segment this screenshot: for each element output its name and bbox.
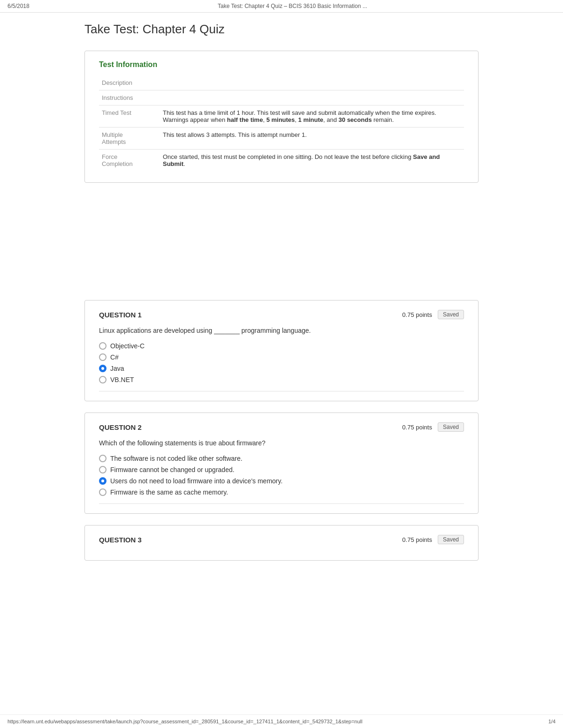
info-value-multiple-attempts: This test allows 3 attempts. This is att… (160, 128, 464, 150)
test-info-heading: Test Information (99, 60, 464, 69)
question-divider-1 (99, 391, 464, 391)
question-points-3: 0.75 points (402, 536, 432, 543)
browser-date: 6/5/2018 (8, 3, 30, 9)
browser-title: Take Test: Chapter 4 Quiz – BCIS 3610 Ba… (218, 3, 367, 9)
question-block-3: QUESTION 3 0.75 points Saved (84, 525, 479, 561)
question-saved-1: Saved (438, 310, 464, 319)
question-saved-3: Saved (438, 535, 464, 544)
radio-1-2[interactable] (99, 353, 107, 361)
info-value-force-completion: Once started, this test must be complete… (160, 150, 464, 172)
info-row-timed-test: Timed Test This test has a time limit of… (99, 105, 464, 128)
option-label-1-4: VB.NET (110, 376, 134, 383)
question-text-2: Which of the following statements is tru… (99, 438, 464, 448)
option-2-3[interactable]: Users do not need to load firmware into … (99, 477, 464, 485)
question-options-1: Objective-C C# Java VB.NET (99, 342, 464, 383)
radio-1-4[interactable] (99, 376, 107, 383)
test-info-box: Test Information Description Instruction… (84, 51, 479, 183)
option-label-2-1: The software is not coded like other sof… (110, 455, 243, 462)
info-row-multiple-attempts: MultipleAttempts This test allows 3 atte… (99, 128, 464, 150)
question-meta-1: 0.75 points Saved (402, 310, 464, 319)
question-block-2: QUESTION 2 0.75 points Saved Which of th… (84, 413, 479, 514)
radio-1-1[interactable] (99, 342, 107, 350)
question-number-3: QUESTION 3 (99, 536, 142, 544)
option-label-2-4: Firmware is the same as cache memory. (110, 488, 228, 496)
test-info-table: Description Instructions Timed Test This… (99, 75, 464, 171)
spacer-area (84, 197, 479, 300)
question-header-2: QUESTION 2 0.75 points Saved (99, 422, 464, 432)
question-divider-2 (99, 503, 464, 504)
option-label-1-3: Java (110, 365, 124, 372)
question-options-2: The software is not coded like other sof… (99, 455, 464, 496)
radio-1-3[interactable] (99, 365, 107, 372)
option-2-4[interactable]: Firmware is the same as cache memory. (99, 488, 464, 496)
option-1-1[interactable]: Objective-C (99, 342, 464, 350)
option-1-2[interactable]: C# (99, 353, 464, 361)
info-label-description: Description (99, 75, 160, 90)
option-label-1-1: Objective-C (110, 342, 145, 350)
radio-2-2[interactable] (99, 466, 107, 473)
info-label-instructions: Instructions (99, 90, 160, 105)
radio-2-3[interactable] (99, 477, 107, 485)
option-label-2-2: Firmware cannot be changed or upgraded. (110, 466, 235, 473)
info-value-description (160, 75, 464, 90)
info-value-instructions (160, 90, 464, 105)
question-points-1: 0.75 points (402, 311, 432, 318)
page-title: Take Test: Chapter 4 Quiz (84, 22, 479, 37)
question-number-1: QUESTION 1 (99, 311, 142, 319)
option-2-2[interactable]: Firmware cannot be changed or upgraded. (99, 466, 464, 473)
info-label-timed-test: Timed Test (99, 105, 160, 128)
option-2-1[interactable]: The software is not coded like other sof… (99, 455, 464, 462)
info-row-instructions: Instructions (99, 90, 464, 105)
option-label-1-2: C# (110, 353, 119, 361)
question-block-1: QUESTION 1 0.75 points Saved Linux appli… (84, 300, 479, 401)
question-number-2: QUESTION 2 (99, 423, 142, 431)
option-1-3[interactable]: Java (99, 365, 464, 372)
question-points-2: 0.75 points (402, 424, 432, 431)
info-label-force-completion: ForceCompletion (99, 150, 160, 172)
question-saved-2: Saved (438, 422, 464, 432)
option-label-2-3: Users do not need to load firmware into … (110, 477, 282, 485)
info-value-timed-test: This test has a time limit of 1 hour. Th… (160, 105, 464, 128)
info-label-multiple-attempts: MultipleAttempts (99, 128, 160, 150)
radio-2-1[interactable] (99, 455, 107, 462)
question-header-1: QUESTION 1 0.75 points Saved (99, 310, 464, 319)
radio-2-4[interactable] (99, 488, 107, 496)
option-1-4[interactable]: VB.NET (99, 376, 464, 383)
info-row-force-completion: ForceCompletion Once started, this test … (99, 150, 464, 172)
question-meta-3: 0.75 points Saved (402, 535, 464, 544)
question-header-3: QUESTION 3 0.75 points Saved (99, 535, 464, 544)
question-meta-2: 0.75 points Saved (402, 422, 464, 432)
info-row-description: Description (99, 75, 464, 90)
question-text-1: Linux applications are developed using _… (99, 326, 464, 336)
